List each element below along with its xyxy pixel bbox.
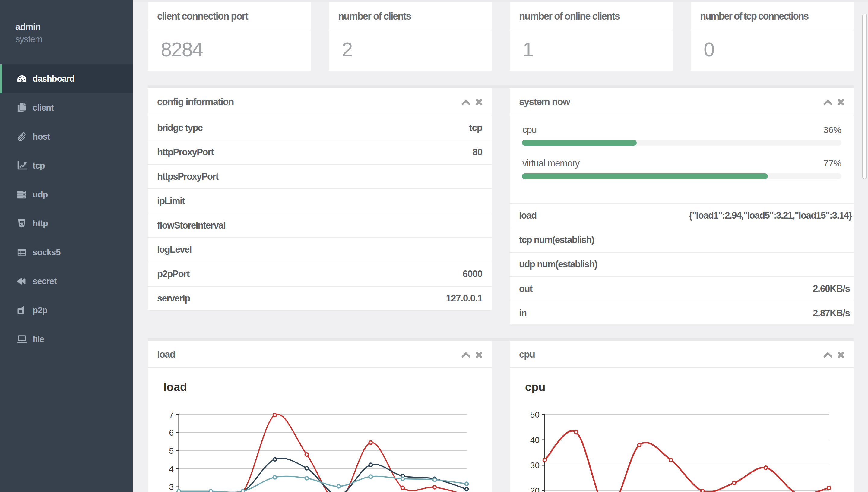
svg-text:7: 7: [169, 410, 174, 419]
svg-text:50: 50: [530, 410, 539, 419]
svg-text:6: 6: [169, 428, 174, 438]
svg-text:cpu: cpu: [525, 381, 546, 393]
svg-text:load: load: [164, 381, 187, 393]
svg-text:5: 5: [169, 446, 174, 456]
svg-text:3: 3: [169, 482, 174, 492]
svg-text:40: 40: [530, 435, 539, 445]
svg-text:4: 4: [169, 464, 174, 474]
svg-text:30: 30: [530, 461, 539, 470]
svg-text:20: 20: [530, 486, 539, 492]
